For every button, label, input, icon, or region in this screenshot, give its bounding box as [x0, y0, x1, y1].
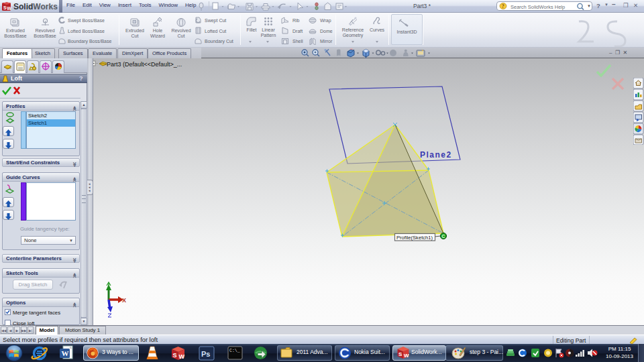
svg-text:W: W	[62, 349, 69, 357]
svg-text:Plane2: Plane2	[420, 150, 452, 160]
svg-text:X: X	[122, 297, 126, 304]
svg-text:S: S	[3, 5, 7, 10]
svg-text:?: ?	[502, 3, 504, 9]
svg-text:W: W	[179, 353, 185, 360]
svg-text:S: S	[398, 351, 402, 357]
svg-text:S: S	[173, 352, 177, 359]
svg-text:W: W	[7, 6, 11, 11]
svg-text:C: C	[441, 234, 445, 239]
svg-text:C:\_: C:\_	[229, 349, 240, 353]
svg-text:Profile(Sketch1): Profile(Sketch1)	[396, 235, 433, 241]
svg-text:Ps: Ps	[201, 350, 210, 358]
svg-text:W: W	[404, 353, 409, 359]
svg-text:Part3 (Default<<Default>_...: Part3 (Default<<Default>_...	[107, 61, 182, 68]
